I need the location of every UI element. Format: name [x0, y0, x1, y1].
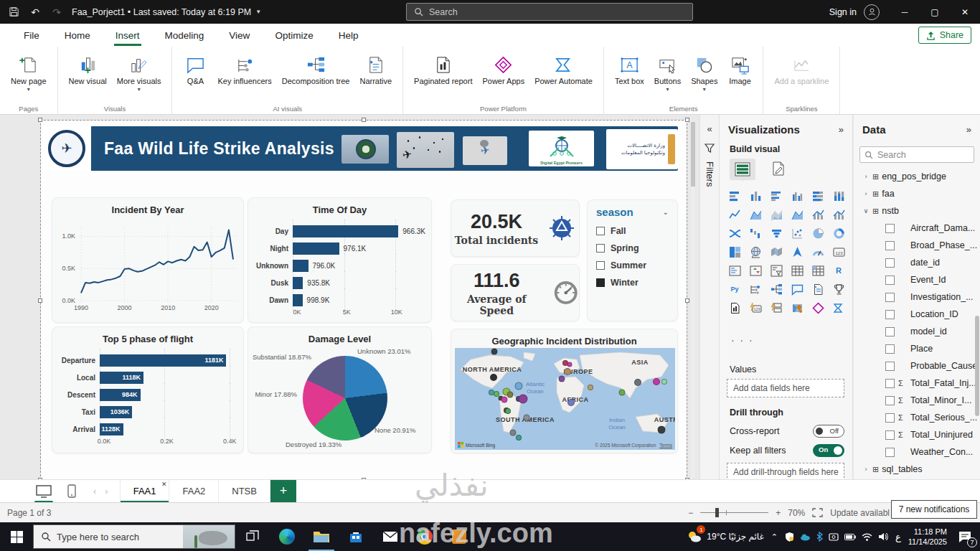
- ribbon-button-power-apps[interactable]: Power Apps: [479, 54, 528, 88]
- 100-stacked-bar-chart-icon[interactable]: [811, 189, 824, 202]
- pie-chart-icon[interactable]: [811, 227, 824, 240]
- bar-row-taxi[interactable]: Taxi1036K: [57, 403, 236, 420]
- ribbon-button-power-automate[interactable]: Power Automate: [531, 54, 596, 88]
- expand-icon[interactable]: »: [966, 124, 971, 135]
- data-field-Total_Minor_I[interactable]: ΣTotal_Minor_I...: [854, 392, 980, 409]
- decomposition-tree-icon[interactable]: [770, 283, 783, 296]
- bar-row-dusk[interactable]: Dusk935.8K: [253, 274, 425, 291]
- map-marker[interactable]: [588, 385, 593, 390]
- stacked-column-chart-icon[interactable]: [749, 189, 762, 202]
- device-icon[interactable]: [829, 533, 839, 541]
- map-marker[interactable]: [524, 414, 530, 420]
- slicer-option-spring[interactable]: Spring: [596, 240, 669, 257]
- bar-row-departure[interactable]: Departure1181K: [57, 352, 236, 369]
- bar-row-day[interactable]: Day966.3K: [253, 222, 425, 240]
- map-marker[interactable]: [491, 348, 498, 354]
- modern-slicer-icon[interactable]: [770, 301, 783, 314]
- menu-tab-home[interactable]: Home: [63, 26, 92, 45]
- data-field-Total_Uninjured[interactable]: ΣTotal_Uninjured: [854, 426, 980, 443]
- start-button[interactable]: [0, 522, 33, 551]
- zoom-slider[interactable]: [700, 512, 768, 513]
- map-marker[interactable]: [657, 425, 665, 433]
- map-marker[interactable]: [515, 382, 523, 390]
- close-button[interactable]: ✕: [950, 0, 980, 24]
- time-of-day-chart[interactable]: Time Of Day Day966.3KNight976.1KUnknown7…: [248, 197, 432, 323]
- python-visual-icon[interactable]: Py: [728, 283, 741, 296]
- geo-distribution-map[interactable]: Geographic Incident Distribution NORTH A…: [451, 329, 678, 453]
- average-speed-card[interactable]: 111.6 Average of Speed: [451, 264, 580, 321]
- account-avatar[interactable]: [864, 4, 880, 20]
- slicer-option-fall[interactable]: Fall: [596, 222, 669, 240]
- bar-row-night[interactable]: Night976.1K: [253, 240, 425, 257]
- ribbon-button-buttons[interactable]: Buttons▼: [651, 54, 684, 93]
- treemap-icon[interactable]: [728, 245, 741, 258]
- menu-tab-file[interactable]: File: [22, 26, 41, 45]
- format-visual-tab[interactable]: [765, 159, 791, 180]
- line-and-stacked-column-chart-icon[interactable]: [811, 208, 824, 221]
- expand-icon[interactable]: »: [839, 124, 844, 135]
- weather-widget[interactable]: 1 19°C غائم جزئيًا: [687, 529, 763, 545]
- data-field-Broad_Phase_[interactable]: Broad_Phase_...: [854, 237, 980, 254]
- collapse-icon[interactable]: «: [707, 123, 712, 134]
- map-marker[interactable]: [507, 392, 513, 398]
- ribbon-button-text-box[interactable]: AText box: [611, 54, 648, 88]
- waterfall-chart-icon[interactable]: [749, 227, 762, 240]
- ribbon-button-shapes[interactable]: Shapes▼: [687, 54, 721, 93]
- map-marker[interactable]: [653, 378, 660, 385]
- data-field-Place[interactable]: Place: [854, 340, 980, 357]
- season-slicer[interactable]: season ⌄ FallSpringSummerWinter: [587, 199, 678, 321]
- bar-row-arrival[interactable]: Arrival1128K: [57, 420, 236, 438]
- search-highlight-image[interactable]: [183, 525, 235, 549]
- edge-icon[interactable]: [270, 522, 304, 551]
- power-apps-icon[interactable]: [811, 301, 824, 314]
- arcgis-map-icon[interactable]: [791, 301, 804, 314]
- task-view-icon[interactable]: [235, 522, 270, 551]
- map-marker[interactable]: [510, 429, 517, 435]
- stacked-area-chart-icon[interactable]: [770, 208, 783, 221]
- data-field-Weather_Con[interactable]: Weather_Con...: [854, 443, 980, 461]
- total-incidents-card[interactable]: 20.5K Total incidents: [451, 199, 580, 257]
- data-table-faa[interactable]: ›⊞faa: [854, 185, 980, 202]
- selection-handle[interactable]: [38, 298, 42, 303]
- ribbon-button-new-page[interactable]: New page▼: [7, 54, 50, 93]
- data-field-date_id[interactable]: date_id: [854, 254, 980, 271]
- scatter-chart-icon[interactable]: [791, 227, 804, 240]
- close-tab-icon[interactable]: ✕: [161, 481, 167, 488]
- page-tab-faa2[interactable]: FAA2: [169, 480, 219, 503]
- map-marker[interactable]: [505, 408, 511, 414]
- taskbar-clock[interactable]: 11:18 PM 11/14/2025: [908, 527, 947, 547]
- data-table-nstb[interactable]: ∨⊞nstb: [854, 202, 980, 220]
- volume-icon[interactable]: [878, 532, 888, 541]
- line-chart-icon[interactable]: [728, 208, 741, 221]
- map-marker[interactable]: [519, 395, 528, 404]
- data-field-Investigation_[interactable]: Investigation_...: [854, 288, 980, 306]
- get-more-visuals[interactable]: · · ·: [731, 334, 754, 346]
- update-available[interactable]: Update availabl: [830, 508, 890, 518]
- map-terms-link[interactable]: Terms: [659, 443, 672, 448]
- damage-level-chart[interactable]: Damage Level Substantial 18.87% Unknown …: [248, 326, 432, 453]
- desktop-view-icon[interactable]: [36, 485, 52, 498]
- data-pane-scrollbar[interactable]: [975, 316, 979, 416]
- menu-tab-optimize[interactable]: Optimize: [273, 26, 314, 45]
- data-field-model_id[interactable]: model_id: [854, 323, 980, 340]
- cross-report-toggle[interactable]: Off: [813, 425, 844, 438]
- table-icon[interactable]: [791, 264, 804, 277]
- filters-pane-collapsed[interactable]: « Filters: [699, 115, 720, 479]
- build-visual-tab[interactable]: [730, 159, 755, 180]
- map-marker[interactable]: [490, 374, 497, 381]
- 100-stacked-column-chart-icon[interactable]: [832, 189, 845, 202]
- ribbon-button-q-a[interactable]: Q&A: [179, 54, 211, 88]
- bar-row-descent[interactable]: Descent984K: [57, 386, 236, 403]
- qa-visual-icon[interactable]: [791, 283, 804, 296]
- report-page[interactable]: ✈ Faa Wild Life Strike Analysis ✈ ✈ Digi…: [41, 121, 687, 479]
- matrix-icon[interactable]: [811, 264, 824, 277]
- data-field-Aircraft_Dama[interactable]: Aircraft_Dama...: [854, 220, 980, 237]
- menu-tab-help[interactable]: Help: [337, 26, 360, 45]
- r-script-visual-icon[interactable]: R: [832, 264, 845, 277]
- data-table-eng_pos_bridge[interactable]: ›⊞eng_pos_bridge: [854, 168, 980, 185]
- ribbon-button-new-visual[interactable]: New visual: [65, 54, 110, 88]
- zoom-out-button[interactable]: −: [688, 508, 693, 518]
- add-data-fields-well[interactable]: Add data fields here: [727, 379, 844, 397]
- data-field-Total_Fatal_Inj[interactable]: ΣTotal_Fatal_Inj...: [854, 375, 980, 392]
- selection-handle[interactable]: [38, 118, 42, 122]
